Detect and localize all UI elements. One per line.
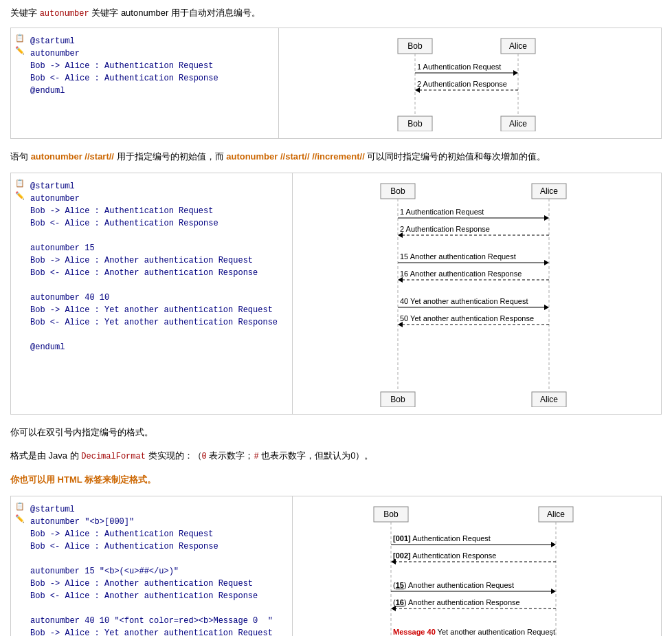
svg-marker-7: [513, 70, 518, 76]
svg-text:2 Authentication Response: 2 Authentication Response: [417, 80, 507, 88]
svg-marker-32: [398, 277, 403, 283]
svg-marker-51: [551, 542, 556, 547]
svg-text:Bob: Bob: [407, 119, 423, 129]
decimal-format-code: DecimalFormat: [81, 452, 146, 461]
svg-marker-38: [398, 322, 403, 327]
code-text-1: @startuml autonumber Bob -> Alice : Auth…: [30, 35, 273, 97]
svg-text:2 Authentication Response: 2 Authentication Response: [400, 225, 490, 233]
svg-text:15 Another authentication Requ: 15 Another authentication Request: [400, 252, 516, 261]
svg-text:Alice: Alice: [540, 395, 558, 404]
svg-text:40 Yet another authentication : 40 Yet another authentication Request: [400, 297, 528, 305]
section-block-3: 📋 ✏️ @startuml autonumber "<b>[000]" Bob…: [10, 496, 662, 636]
sequence-diagram-1: Bob Alice 1 Authentication Request 2 Aut…: [391, 35, 549, 131]
svg-text:Bob: Bob: [390, 186, 405, 196]
sequence-diagram-3: Bob Alice [001] Authentication Request […: [370, 503, 583, 636]
svg-marker-57: [551, 589, 556, 594]
hash-code: #: [254, 452, 258, 461]
svg-marker-10: [415, 87, 420, 93]
svg-marker-26: [398, 232, 403, 238]
svg-text:(16) Another authentication Re: (16) Another authentication Response: [393, 598, 520, 606]
svg-text:Bob: Bob: [390, 395, 405, 404]
svg-text:[001] Authentication Request: [001] Authentication Request: [393, 534, 491, 542]
code-panel-2: 📋 ✏️ @startuml autonumber Bob -> Alice :…: [11, 173, 293, 414]
intro-text: 关键字 autonumber 关键字 autonumber 用于自动对消息编号。: [10, 7, 662, 19]
svg-text:[002] Authentication Response: [002] Authentication Response: [393, 551, 496, 560]
svg-marker-35: [544, 305, 549, 310]
svg-text:Alice: Alice: [509, 41, 527, 51]
svg-marker-29: [544, 260, 549, 265]
between-text-4: 你也可以用 HTML 标签来制定格式。: [10, 472, 662, 487]
zero-code: 0: [202, 452, 207, 461]
svg-marker-60: [391, 606, 396, 611]
svg-text:16 Another authentication Resp: 16 Another authentication Response: [400, 270, 522, 278]
copy-icon-2[interactable]: 📋: [15, 179, 25, 188]
svg-text:Message 40  Yet another authen: Message 40 Yet another authentication Re…: [393, 628, 555, 636]
between-text-1: 语句 autonumber //start// 用于指定编号的初始值，而 aut…: [10, 149, 662, 164]
between-text-3: 格式是由 Java 的 DecimalFormat 类实现的：（0 表示数字；#…: [10, 448, 662, 463]
between-text-2: 你可以在双引号内指定编号的格式。: [10, 425, 662, 440]
section-block-1: 📋 ✏️ @startuml autonumber Bob -> Alice :…: [10, 28, 662, 139]
edit-icon-2[interactable]: ✏️: [15, 191, 25, 200]
svg-text:Bob: Bob: [407, 41, 423, 51]
svg-text:1 Authentication Request: 1 Authentication Request: [417, 63, 501, 71]
edit-icon-3[interactable]: ✏️: [15, 514, 25, 523]
code-panel-1: 📋 ✏️ @startuml autonumber Bob -> Alice :…: [11, 28, 279, 138]
autonumber-keyword: autonumber: [40, 9, 89, 19]
svg-text:50 Yet another authentication : 50 Yet another authentication Response: [400, 314, 534, 322]
svg-marker-23: [544, 215, 549, 221]
diagram-panel-1: Bob Alice 1 Authentication Request 2 Aut…: [279, 28, 661, 138]
code-text-3: @startuml autonumber "<b>[000]" Bob -> A…: [30, 503, 287, 636]
svg-text:1 Authentication Request: 1 Authentication Request: [400, 208, 484, 216]
svg-text:Alice: Alice: [509, 119, 527, 129]
diagram-panel-2: Bob Alice 1 Authentication Request 2 Aut…: [293, 173, 661, 414]
copy-icon-1[interactable]: 📋: [15, 34, 25, 43]
edit-icon-1[interactable]: ✏️: [15, 46, 25, 55]
diagram-panel-3: Bob Alice [001] Authentication Request […: [293, 496, 661, 636]
copy-icon-3[interactable]: 📋: [15, 502, 25, 511]
svg-text:Alice: Alice: [547, 509, 565, 519]
code-panel-3: 📋 ✏️ @startuml autonumber "<b>[000]" Bob…: [11, 496, 293, 636]
code-text-2: @startuml autonumber Bob -> Alice : Auth…: [30, 180, 287, 353]
sequence-diagram-2: Bob Alice 1 Authentication Request 2 Aut…: [377, 180, 576, 407]
svg-text:Alice: Alice: [540, 186, 558, 196]
svg-text:Bob: Bob: [383, 509, 399, 519]
svg-marker-54: [391, 559, 396, 564]
svg-text:(15) Another authentication Re: (15) Another authentication Request: [393, 581, 514, 589]
section-block-2: 📋 ✏️ @startuml autonumber Bob -> Alice :…: [10, 173, 662, 415]
